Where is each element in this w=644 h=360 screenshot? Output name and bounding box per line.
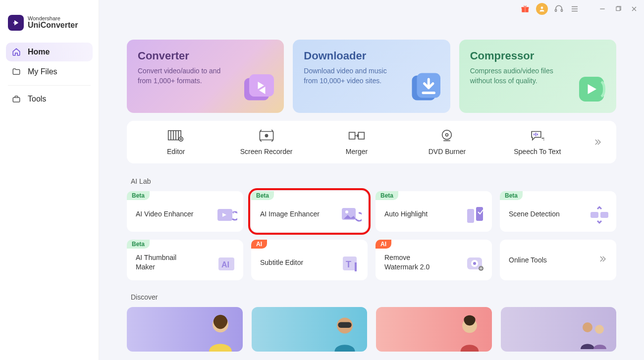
app-logo: Wondershare UniConverter	[6, 15, 93, 43]
hero-converter[interactable]: Converter Convert video/audio to and fro…	[127, 40, 284, 113]
folder-icon	[12, 67, 21, 76]
svg-text:T: T	[346, 259, 351, 269]
main-area: Converter Convert video/audio to and fro…	[99, 0, 644, 360]
svg-rect-28	[600, 212, 608, 218]
tool-label: Screen Recorder	[240, 148, 293, 155]
svg-rect-4	[525, 7, 526, 12]
tool-speech-to-text[interactable]: Speech To Text	[492, 129, 583, 155]
svg-rect-7	[561, 9, 563, 12]
speech-icon	[529, 129, 546, 143]
svg-point-42	[583, 322, 592, 332]
badge-beta: Beta	[500, 191, 523, 200]
highlight-icon	[464, 204, 486, 226]
card-title: AI Video Enhancer	[136, 209, 194, 219]
tool-editor[interactable]: Editor	[131, 129, 221, 155]
tool-label: Editor	[167, 148, 185, 155]
tool-screen-recorder[interactable]: Screen Recorder	[221, 129, 311, 155]
svg-point-36	[473, 262, 476, 265]
svg-rect-40	[338, 322, 351, 328]
dvd-icon	[438, 129, 455, 143]
editor-icon	[167, 129, 184, 143]
person-icon	[452, 312, 487, 352]
ailab-auto-highlight[interactable]: Beta Auto Highlight	[376, 191, 492, 232]
hero-title: Converter	[138, 50, 273, 62]
card-title: Remove Watermark 2.0	[384, 253, 444, 272]
sidebar-item-home[interactable]: Home	[6, 43, 93, 61]
user-avatar[interactable]	[536, 3, 548, 15]
section-discover-label: Discover	[131, 293, 616, 301]
svg-point-21	[446, 134, 448, 136]
svg-rect-19	[358, 132, 364, 139]
window-minimize-icon[interactable]	[597, 4, 607, 14]
hero-title: Downloader	[304, 50, 439, 62]
badge-beta: Beta	[127, 191, 150, 200]
ailab-subtitle-editor[interactable]: AI Subtitle Editor T	[251, 240, 368, 280]
svg-point-5	[541, 6, 543, 9]
sidebar-item-label: Home	[28, 48, 50, 56]
discover-card-2[interactable]	[252, 307, 368, 352]
scene-icon	[589, 204, 610, 226]
card-title: Auto Highlight	[384, 209, 428, 219]
window-close-icon[interactable]	[629, 4, 639, 14]
thumbnail-icon: AI	[215, 253, 237, 274]
tool-label: Speech To Text	[514, 148, 561, 155]
menu-icon[interactable]	[570, 4, 580, 14]
svg-rect-25	[467, 209, 474, 223]
subtitle-icon: T	[340, 253, 362, 274]
svg-text:AI: AI	[221, 260, 229, 269]
badge-ai: AI	[376, 240, 391, 249]
tool-dvd-burner[interactable]: DVD Burner	[402, 129, 492, 155]
tool-merger[interactable]: Merger	[312, 129, 402, 155]
image-enhance-icon	[340, 204, 362, 226]
logo-mark-icon	[8, 15, 24, 31]
svg-rect-33	[355, 262, 357, 271]
gift-icon[interactable]	[520, 4, 530, 14]
card-title: Subtitle Editor	[260, 258, 303, 267]
sidebar-item-tools[interactable]: Tools	[6, 90, 93, 108]
ailab-scene-detection[interactable]: Beta Scene Detection	[500, 191, 616, 232]
discover-card-1[interactable]	[127, 307, 243, 352]
person-icon	[203, 312, 238, 352]
sidebar: Wondershare UniConverter Home My Files T…	[0, 0, 99, 360]
screen-recorder-icon	[258, 129, 275, 143]
titlebar	[515, 0, 644, 18]
sidebar-item-my-files[interactable]: My Files	[6, 62, 93, 81]
svg-rect-18	[349, 132, 355, 139]
sidebar-item-label: My Files	[28, 67, 57, 76]
merger-icon	[348, 129, 365, 143]
svg-rect-8	[616, 7, 620, 11]
svg-rect-6	[555, 9, 557, 12]
tool-label: DVD Burner	[429, 148, 466, 155]
hero-desc: Download video and music from 10,000+ vi…	[304, 66, 393, 86]
people-icon	[577, 312, 611, 352]
svg-rect-27	[590, 212, 598, 218]
discover-card-4[interactable]	[501, 307, 617, 352]
hero-title: Compressor	[470, 50, 605, 62]
badge-beta: Beta	[127, 240, 150, 249]
badge-beta: Beta	[376, 191, 398, 200]
card-title: Scene Detection	[509, 209, 560, 219]
ailab-ai-image-enhancer[interactable]: Beta AI Image Enhancer	[251, 191, 368, 232]
chevron-double-right-icon	[592, 137, 602, 147]
tools-more[interactable]	[583, 137, 612, 147]
svg-point-17	[265, 134, 268, 137]
section-ailab-label: AI Lab	[131, 177, 616, 185]
card-title: Online Tools	[509, 256, 547, 265]
convert-icon	[239, 69, 279, 109]
ailab-online-tools[interactable]: Online Tools	[500, 240, 616, 280]
ailab-remove-watermark[interactable]: AI Remove Watermark 2.0	[376, 240, 492, 280]
ailab-ai-video-enhancer[interactable]: Beta AI Video Enhancer	[127, 191, 243, 232]
compress-icon	[572, 69, 611, 109]
hero-desc: Compress audio/video files without loss …	[470, 66, 559, 86]
window-maximize-icon[interactable]	[613, 4, 623, 14]
hero-compressor[interactable]: Compressor Compress audio/video files wi…	[459, 40, 616, 113]
hero-downloader[interactable]: Downloader Download video and music from…	[293, 40, 450, 113]
discover-card-3[interactable]	[376, 307, 492, 352]
hero-desc: Convert video/audio to and from 1,000+ f…	[138, 66, 227, 86]
ailab-ai-thumbnail-maker[interactable]: Beta AI Thumbnail Maker AI	[127, 240, 243, 280]
svg-point-0	[13, 22, 15, 24]
support-icon[interactable]	[554, 4, 564, 14]
person-icon	[327, 312, 362, 352]
toolbox-icon	[12, 95, 21, 103]
tool-label: Merger	[346, 148, 368, 155]
